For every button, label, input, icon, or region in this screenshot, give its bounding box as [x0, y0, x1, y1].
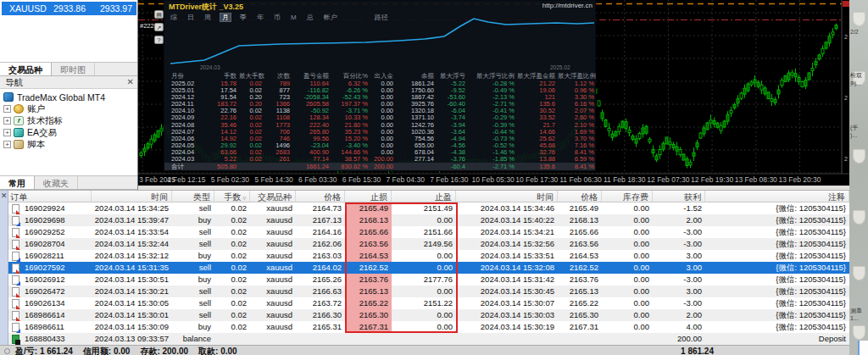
time-tick: 12 Feb 19:30 [691, 175, 733, 184]
desktop-strip: 2/2检双列...(手)...测单1... [849, 0, 868, 355]
stats-menu-bar: 综日周月季年币M总帐户路径 [169, 13, 397, 22]
stats-row: 2025.0117.540.02877-116.82-6.26 %0.00175… [164, 87, 595, 94]
navigator-title: 导航 [0, 76, 138, 89]
order-row-169026134[interactable]: 1690261342024.03.14 15:30:05sell0.02xauu… [8, 297, 849, 309]
buy-order-icon [12, 216, 19, 225]
bid-price: 2933.86 [53, 3, 92, 14]
orders-col-12[interactable]: 注释 [705, 191, 849, 202]
sell-order-icon [12, 204, 19, 214]
orders-col-10[interactable]: 库存费 [602, 191, 653, 202]
summary-part: 存款: 200.00 [140, 347, 188, 355]
sidebar-item-技术指标[interactable]: +f技术指标 [3, 115, 105, 126]
order-row-169028704[interactable]: 1690287042024.03.14 15:32:44sell0.02xauu… [8, 238, 849, 250]
orders-col-8[interactable]: 时间 [456, 191, 558, 202]
tab-即时图[interactable]: 即时图 [52, 63, 95, 75]
sidebar-item-EA交易[interactable]: +EA交易 [3, 127, 105, 138]
sidebar-item-脚本[interactable]: +脚本 [3, 139, 105, 150]
order-row-169026912[interactable]: 1690269122024.03.14 15:30:51buy0.02xauus… [8, 274, 849, 286]
ask-price: 2933.97 [92, 3, 136, 14]
monthly-stats-table: 月份手数最大手数次数盈亏金额百分比%出入金余额最大浮亏最大浮亏比例最大浮盈金额最… [164, 72, 595, 170]
chart-button[interactable]: ↗ [154, 23, 164, 31]
stats-menu-总[interactable]: 总 [305, 14, 315, 21]
orders-col-1[interactable]: 时间 [92, 191, 172, 202]
order-row-169029698[interactable]: 1690296982024.03.14 15:39:47buy0.02xauus… [8, 214, 849, 226]
stats-menu-path[interactable]: 路径 [373, 14, 390, 21]
expand-icon[interactable]: + [3, 117, 11, 125]
stats-menu-帐户[interactable]: 帐户 [322, 14, 339, 21]
orders-col-3[interactable]: 手数 ▿ [214, 191, 250, 202]
stats-menu-M[interactable]: M [289, 14, 298, 21]
orders-col-7[interactable]: 止盈 [392, 191, 456, 202]
expand-icon[interactable]: + [3, 105, 11, 113]
order-row-168880433[interactable]: 1688804332024.03.13 09:33:57balance200.0… [8, 333, 849, 345]
balance-order-icon [12, 335, 19, 344]
stats-menu-年[interactable]: 年 [255, 14, 265, 21]
stats-menu-周[interactable]: 周 [203, 14, 213, 21]
tab-收藏夹[interactable]: 收藏夹 [35, 176, 78, 189]
time-tick: 13 Feb 20:30 [778, 175, 821, 184]
order-row-169029924[interactable]: 1690299242024.03.14 15:34:25sell0.02xauu… [8, 202, 849, 214]
orders-col-5[interactable]: 价格 [296, 191, 345, 202]
tab-交易品种[interactable]: 交易品种 [0, 63, 52, 75]
stats-table-header: 月份手数最大手数次数盈亏金额百分比%出入金余额最大浮亏最大浮亏比例最大浮盈金额最… [164, 72, 595, 80]
navigator-root[interactable]: TradeMax Global MT4 [3, 92, 105, 103]
stats-row: 2024.0529.920.021496-23.04-3.40 %0.00655… [164, 142, 595, 149]
summary-total: 1 861.24 [663, 346, 714, 355]
order-row-168986614[interactable]: 1689866142024.03.14 15:30:01sell0.02xauu… [8, 309, 849, 321]
time-tick: 11 Feb 06:30 [559, 175, 601, 184]
terminal-history-panel: ✕ 订单时间类型手数 ▿交易品种价格止损止盈时间价格库存费获利注释 169029… [0, 190, 849, 355]
time-tick: 5 Feb 02:30 [211, 175, 249, 184]
market-watch-row-xauusd[interactable]: XAUUSD 2933.86 2933.97 [2, 2, 136, 15]
stats-menu-币[interactable]: 币 [272, 14, 282, 21]
toolbox-edge-strip[interactable]: ✕ [0, 191, 8, 355]
stats-menu-月[interactable]: 月 [220, 13, 231, 22]
expand-icon[interactable]: + [3, 141, 11, 148]
time-tick: 7 Feb 04:30 [387, 175, 425, 184]
order-row-169028211[interactable]: 1690282112024.03.14 15:32:12buy0.02xauus… [8, 250, 849, 262]
desktop-shield-icon [853, 325, 865, 340]
stats-row: 2024.11183.720.2013662605.58197.37 %0.00… [164, 101, 595, 108]
orders-col-9[interactable]: 价格 [558, 191, 602, 202]
svg-text:2: 2 [844, 34, 848, 40]
order-row-169027592[interactable]: 1690275922024.03.14 15:31:35sell0.02xauu… [8, 262, 849, 274]
desktop-shield-icon [853, 149, 865, 164]
stats-menu-日[interactable]: 日 [186, 14, 196, 21]
orders-col-6[interactable]: 止损 [345, 191, 392, 202]
navigator-panel: 导航 ✕ TradeMax Global MT4+账户+f技术指标+EA交易+脚… [0, 76, 138, 190]
chart-button[interactable]: ? [154, 36, 164, 44]
tab-常用[interactable]: 常用 [0, 176, 35, 189]
stats-row: 2024.1291.540.20723-2058.34-52.43 %0.001… [164, 94, 595, 101]
stats-menu-综[interactable]: 综 [169, 14, 179, 21]
sidebar-item-账户[interactable]: +账户 [3, 103, 105, 114]
orders-col-0[interactable]: 订单 [8, 191, 92, 202]
buy-order-icon [12, 323, 19, 332]
order-row-168986611[interactable]: 1689866112024.03.14 15:30:09buy0.02xauus… [8, 321, 849, 333]
platform-icon [3, 92, 14, 102]
mt4-terminal: XAUUSD 2933.86 2933.97 交易品种即时图 导航 ✕ Trad… [0, 0, 868, 355]
stats-menu-季[interactable]: 季 [238, 14, 248, 21]
stats-row: 2024.0922.160.021108128.3410.33 %0.00137… [164, 114, 595, 121]
stats-row: 2024.1022.760.021138-50.92-3.71 %0.00132… [164, 108, 595, 114]
orders-header-row[interactable]: 订单时间类型手数 ▿交易品种价格止损止盈时间价格库存费获利注释 [8, 191, 849, 202]
time-tick: 10 Feb 05:30 [472, 175, 515, 184]
expand-icon[interactable]: + [3, 129, 11, 136]
summary-part: 取款: 0.00 [198, 347, 237, 355]
orders-col-4[interactable]: 交易品种 [250, 191, 296, 202]
desktop-shield-icon [853, 12, 865, 26]
close-icon[interactable]: ✕ [127, 77, 134, 86]
desktop-text-fragment: 检双 [850, 71, 862, 80]
stats-window-title: MTDriver统计 _V3.25 http://mtdriver.cn [164, 1, 595, 12]
desktop-window-edge [858, 341, 868, 355]
chart-button[interactable]: ▤ [154, 10, 164, 19]
order-row-169029252[interactable]: 1690292522024.03.14 15:33:54sell0.02xauu… [8, 226, 849, 238]
stats-row: 2024.035.220.0226177.1438.57 %200.00277.… [164, 156, 595, 163]
order-row-169026472[interactable]: 1690264722024.03.14 15:30:21sell0.02xauu… [8, 286, 849, 297]
mtdriver-stats-window[interactable]: MTDriver统计 _V3.25 http://mtdriver.cn 综日周… [164, 0, 596, 171]
orders-col-11[interactable]: 获利 [653, 191, 705, 202]
account-summary-bar: 盈/亏: 1 661.24信用额: 0.00存款: 200.00取款: 0.00… [0, 345, 849, 355]
close-icon[interactable]: ✕ [1, 191, 8, 200]
time-tick: 7 Feb 16:30 [430, 175, 468, 184]
axis-label-start: 2024.03 [200, 64, 220, 70]
orders-col-2[interactable]: 类型 [172, 191, 214, 202]
orders-rows: 1690299242024.03.14 15:34:25sell0.02xauu… [8, 202, 849, 345]
